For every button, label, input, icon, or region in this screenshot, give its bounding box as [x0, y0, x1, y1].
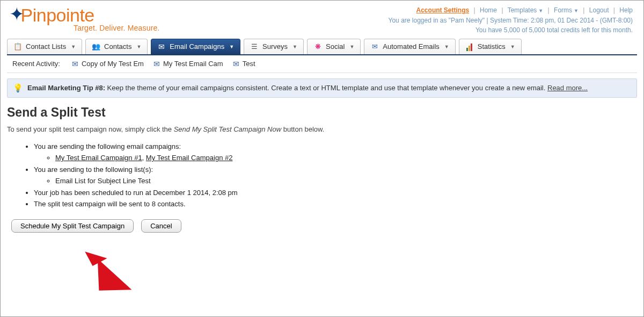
chevron-down-icon: ▼ [538, 8, 543, 13]
campaign-link[interactable]: My Test Email Campaign #2 [146, 154, 233, 162]
tab-social[interactable]: ❋ Social ▼ [307, 39, 361, 54]
tab-automated-emails[interactable]: ✉ Automated Emails ▼ [364, 39, 455, 54]
recent-item[interactable]: ✉ Test [233, 60, 255, 68]
callout-arrow-icon [76, 245, 135, 311]
list-icon: 📋 [13, 42, 22, 51]
automation-icon: ✉ [370, 42, 379, 51]
envelope-icon: ✉ [153, 60, 160, 68]
link-logout[interactable]: Logout [589, 6, 609, 14]
list-item: You are sending to the following list(s)… [34, 164, 637, 187]
tab-contacts[interactable]: 👥 Contacts ▼ [85, 39, 148, 54]
campaign-link[interactable]: My Test Email Campaign #1 [55, 154, 142, 162]
tip-title: Email Marketing Tip #8: [27, 84, 105, 92]
schedule-button[interactable]: Schedule My Split Test Campaign [11, 219, 134, 233]
recent-activity-label: Recent Activity: [12, 60, 60, 68]
brand-name: Pinpointe [21, 5, 94, 26]
chevron-down-icon: ▼ [510, 44, 515, 49]
lightbulb-icon: 💡 [13, 83, 23, 93]
chevron-down-icon: ▼ [349, 44, 354, 49]
link-templates[interactable]: Templates▼ [508, 6, 544, 14]
link-home[interactable]: Home [480, 6, 497, 14]
recent-activity-bar: Recent Activity: ✉ Copy of My Test Em ✉ … [7, 55, 637, 73]
details-list: You are sending the following email camp… [7, 141, 637, 210]
list-item: You are sending the following email camp… [34, 141, 637, 164]
status-credits: You have 5,000 of 5,000 total credits le… [389, 25, 633, 35]
list-item: Email List for Subject Line Test [55, 175, 637, 186]
status-logged-in: You are logged in as "Pam Neely" | Syste… [389, 16, 633, 26]
envelope-icon [157, 42, 166, 51]
chevron-down-icon: ▼ [136, 44, 141, 49]
list-item: My Test Email Campaign #1, My Test Email… [55, 152, 637, 163]
list-item: Your job has been scheduled to run at De… [34, 187, 637, 198]
chevron-down-icon: ▼ [574, 8, 579, 13]
contacts-icon: 👥 [92, 42, 100, 51]
tab-contact-lists[interactable]: 📋 Contact Lists ▼ [7, 39, 82, 54]
top-links: Account Settings | Home | Templates▼ | F… [389, 5, 633, 16]
tab-email-campaigns[interactable]: Email Campaigns ▼ [151, 39, 240, 54]
tip-body: Keep the theme of your email campaigns c… [107, 84, 546, 92]
chevron-down-icon: ▼ [71, 44, 76, 49]
envelope-icon: ✉ [233, 60, 239, 68]
tip-read-more[interactable]: Read more... [547, 84, 588, 92]
page-intro: To send your split test campaign now, si… [7, 125, 637, 133]
main-nav: 📋 Contact Lists ▼ 👥 Contacts ▼ Email Cam… [7, 39, 637, 55]
logo-star-icon: ✦ [9, 3, 24, 25]
recent-item[interactable]: ✉ My Test Email Cam [153, 60, 223, 68]
list-item: The split test campaign will be sent to … [34, 198, 637, 210]
svg-marker-0 [80, 245, 132, 304]
link-forms[interactable]: Forms▼ [554, 6, 579, 14]
chevron-down-icon: ▼ [292, 44, 297, 49]
tab-surveys[interactable]: Surveys ▼ [244, 39, 304, 54]
link-help[interactable]: Help [619, 6, 633, 14]
link-account-settings[interactable]: Account Settings [416, 6, 470, 14]
survey-icon [250, 42, 259, 51]
bar-chart-icon [465, 42, 474, 51]
social-icon: ❋ [313, 42, 322, 51]
chevron-down-icon: ▼ [444, 44, 449, 49]
brand-logo: ✦ Pinpointe Target. Deliver. Measure. [7, 4, 160, 32]
envelope-icon: ✉ [72, 60, 78, 68]
recent-item[interactable]: ✉ Copy of My Test Em [72, 60, 144, 68]
chevron-down-icon: ▼ [229, 44, 234, 49]
cancel-button[interactable]: Cancel [141, 219, 181, 233]
tip-banner: 💡 Email Marketing Tip #8: Keep the theme… [7, 78, 637, 98]
tab-statistics[interactable]: Statistics ▼ [459, 39, 522, 54]
page-title: Send a Split Test [7, 105, 637, 120]
